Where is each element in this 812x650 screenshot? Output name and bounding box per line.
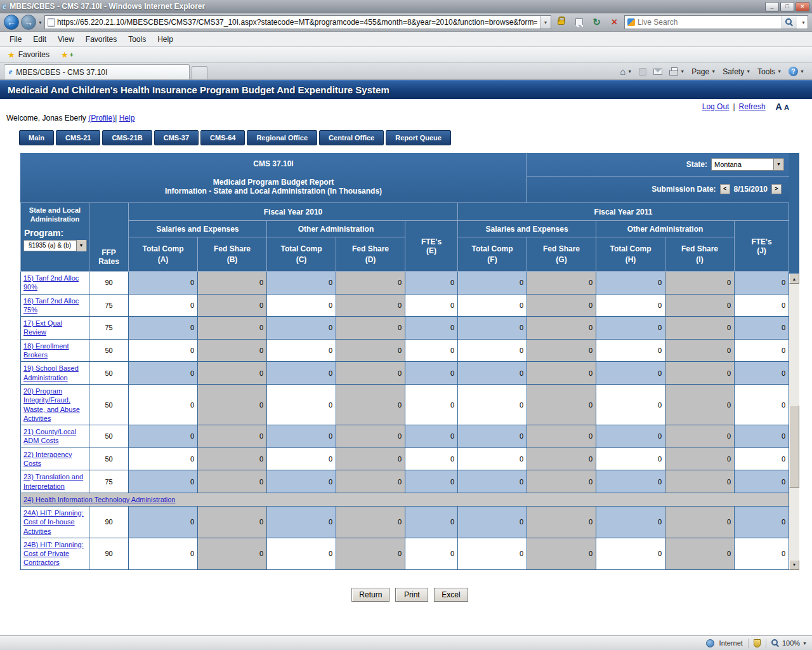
scrollbar-track[interactable] <box>789 284 799 560</box>
new-tab-button[interactable] <box>192 66 207 79</box>
nav-tab-main[interactable]: Main <box>19 130 54 145</box>
print-button[interactable]: Print <box>395 588 428 602</box>
column-header-a: Total Comp(A) <box>129 237 198 272</box>
print-button[interactable]: ▼ <box>669 67 684 76</box>
search-input[interactable] <box>638 18 779 27</box>
security-report-button[interactable] <box>553 15 569 30</box>
column-header-h: Total Comp(H) <box>596 237 665 272</box>
program-row-link[interactable]: 24A) HIT: Planning: Cost of In-house Act… <box>23 509 84 535</box>
nav-tab-central-office[interactable]: Central Office <box>319 130 384 145</box>
page-icon <box>48 18 55 27</box>
scroll-down-button[interactable]: ▼ <box>789 560 799 570</box>
safety-menu-button[interactable]: Safety ▼ <box>723 67 750 76</box>
zoom-control[interactable]: 100% ▼ <box>771 639 807 647</box>
scrollbar-thumb[interactable] <box>789 405 799 488</box>
menu-view[interactable]: View <box>52 33 80 46</box>
logout-link[interactable]: Log Out <box>702 102 730 111</box>
feeds-button[interactable] <box>639 68 646 76</box>
add-favorite-button[interactable]: ★+ <box>58 49 79 61</box>
value-cell: 0 <box>665 384 735 425</box>
nav-tab-report-queue[interactable]: Report Queue <box>386 130 451 145</box>
nav-tab-cms-64[interactable]: CMS-64 <box>200 130 245 145</box>
menu-file[interactable]: File <box>4 33 27 46</box>
help-menu-button[interactable]: ? ▼ <box>789 67 804 76</box>
value-cell: 0 <box>267 448 336 470</box>
scroll-up-button[interactable]: ▲ <box>789 274 799 284</box>
tab-favicon-icon: e <box>9 67 12 77</box>
recent-pages-dropdown[interactable]: ▼ <box>38 20 43 25</box>
tools-menu-button[interactable]: Tools ▼ <box>757 67 782 76</box>
search-dropdown-button[interactable]: ▼ <box>799 20 808 25</box>
value-cell: 0 <box>129 362 198 385</box>
forward-button[interactable]: → <box>21 15 36 30</box>
url-dropdown-button[interactable]: ▼ <box>540 16 551 29</box>
menu-help[interactable]: Help <box>152 33 179 46</box>
prev-date-button[interactable]: < <box>720 184 730 194</box>
menu-tools[interactable]: Tools <box>122 33 152 46</box>
compatibility-view-button[interactable] <box>571 15 587 30</box>
value-cell: 0 <box>198 272 267 295</box>
next-date-button[interactable]: > <box>771 184 782 194</box>
nav-tab-cms-37[interactable]: CMS-37 <box>154 130 199 145</box>
help-link[interactable]: Help <box>119 114 135 123</box>
program-row-link[interactable]: 18) Enrollment Brokers <box>23 342 69 359</box>
search-go-button[interactable] <box>782 16 797 29</box>
nav-tab-cms-21[interactable]: CMS-21 <box>56 130 100 145</box>
font-decrease-icon[interactable]: A <box>784 103 789 111</box>
value-cell: 0 <box>267 317 336 340</box>
ie-logo-icon: e <box>3 1 6 11</box>
profile-link[interactable]: (Profile) <box>88 114 115 123</box>
page-menu-button[interactable]: Page ▼ <box>691 67 716 76</box>
browser-tab-active[interactable]: e MBES/CBES - CMS 37.10I <box>4 64 190 79</box>
program-row-link[interactable]: 20) Program Integrity/Fraud, Waste, and … <box>23 387 80 422</box>
maximize-button[interactable]: □ <box>780 2 794 11</box>
ffp-rate-cell: 90 <box>89 272 129 295</box>
home-button[interactable]: ⌂ ▼ <box>620 66 632 77</box>
program-select[interactable]: §1935 (a) & (b) ▼ <box>23 240 87 251</box>
back-button[interactable]: ← <box>4 15 19 30</box>
read-mail-button[interactable] <box>653 69 662 75</box>
font-increase-icon[interactable]: A <box>776 102 782 112</box>
program-row-link[interactable]: 24B) HIT: Planning: Cost of Private Cont… <box>23 541 84 567</box>
close-button[interactable]: × <box>796 2 809 11</box>
program-row-link[interactable]: 22) Interagency Costs <box>23 451 72 467</box>
refresh-page-link[interactable]: Refresh <box>739 102 766 111</box>
value-cell: 0 <box>527 506 596 538</box>
favorites-button[interactable]: ★ Favorites <box>4 49 53 61</box>
nav-tab-cms-21b[interactable]: CMS-21B <box>102 130 152 145</box>
program-row-link[interactable]: 17) Ext Qual Review <box>23 319 62 336</box>
table-scrollbar[interactable]: ▲ ▼ <box>789 274 799 570</box>
program-label-cell: 22) Interagency Costs <box>21 448 89 470</box>
value-cell: 0 <box>336 317 405 340</box>
page-dropdown-icon: ▼ <box>711 69 716 74</box>
table-row: 18) Enrollment Brokers500000000000 <box>21 339 789 362</box>
value-cell: 0 <box>198 425 267 448</box>
program-row-link[interactable]: 16) Tanf 2nd Alloc 75% <box>23 297 79 314</box>
stop-icon: × <box>612 17 617 28</box>
program-row-link[interactable]: 15) Tanf 2nd Alloc 90% <box>23 274 79 291</box>
scroll-down-icon: ▼ <box>792 562 797 567</box>
nav-tab-regional-office[interactable]: Regional Office <box>247 130 317 145</box>
other-administration-header: Other Administration <box>596 221 735 237</box>
program-row-link[interactable]: 23) Translation and Interpretation <box>23 473 83 489</box>
menu-edit[interactable]: Edit <box>27 33 52 46</box>
refresh-button[interactable]: ↻ <box>589 15 605 30</box>
menu-favorites[interactable]: Favorites <box>80 33 122 46</box>
program-row-link[interactable]: 19) School Based Administration <box>23 364 79 381</box>
state-select[interactable]: Montana ▼ <box>711 158 784 171</box>
scroll-up-icon: ▲ <box>792 277 797 281</box>
excel-button[interactable]: Excel <box>434 588 468 602</box>
column-header-b: Fed Share(B) <box>198 237 267 272</box>
return-button[interactable]: Return <box>351 588 390 602</box>
url-field[interactable] <box>57 18 537 27</box>
minimize-button[interactable]: _ <box>765 2 779 11</box>
value-cell: 0 <box>458 538 527 569</box>
status-right-cluster: Internet 100% ▼ <box>706 639 807 648</box>
stop-button[interactable]: × <box>606 15 622 30</box>
ffp-rate-cell: 75 <box>89 470 129 493</box>
program-row-link[interactable]: 21) County/Local ADM Costs <box>23 428 76 444</box>
value-cell: 0 <box>458 506 527 538</box>
value-cell: 0 <box>405 448 458 470</box>
program-row-link[interactable]: 24) Health Information Technology Admini… <box>23 496 176 503</box>
value-cell: 0 <box>735 425 789 448</box>
